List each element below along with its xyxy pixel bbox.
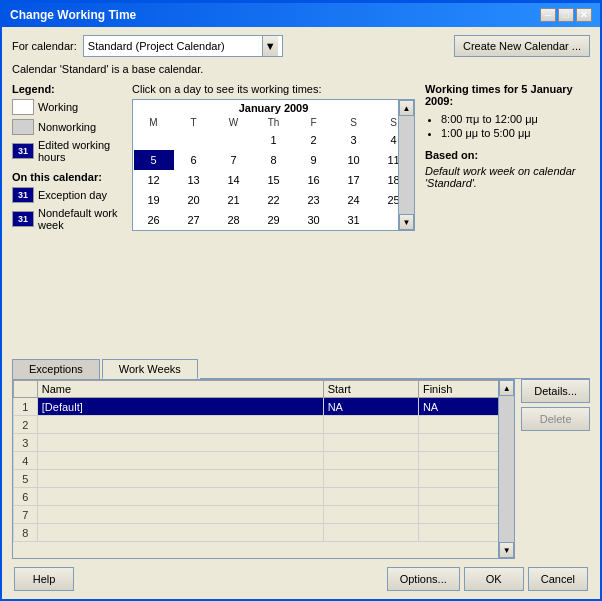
for-calendar-label: For calendar:	[12, 40, 77, 52]
row-start-7[interactable]	[323, 506, 418, 524]
cal-cell-22[interactable]: 22	[254, 190, 294, 210]
calendar-selector-row: For calendar: Standard (Project Calendar…	[12, 35, 590, 57]
cancel-button[interactable]: Cancel	[528, 567, 588, 591]
options-button[interactable]: Options...	[387, 567, 460, 591]
cal-cell-empty3[interactable]	[214, 130, 254, 150]
title-bar-buttons: ─ □ ✕	[540, 8, 592, 22]
cal-cell-2[interactable]: 2	[294, 130, 334, 150]
cal-cell-14[interactable]: 14	[214, 170, 254, 190]
cal-cell-empty2[interactable]	[174, 130, 214, 150]
cal-cell-26[interactable]: 26	[134, 210, 174, 230]
row-name-4[interactable]	[37, 452, 323, 470]
table-row[interactable]: 4	[14, 452, 514, 470]
calendar-scrollbar: ▲ ▼	[398, 100, 414, 230]
calendar-wrapper: January 2009 M T W Th F S S	[132, 99, 415, 231]
row-num-4: 4	[14, 452, 38, 470]
table-scroll-track[interactable]	[499, 396, 514, 542]
row-start-5[interactable]	[323, 470, 418, 488]
cal-cell-7[interactable]: 7	[214, 150, 254, 170]
cal-cell-24[interactable]: 24	[334, 190, 374, 210]
row-start-3[interactable]	[323, 434, 418, 452]
close-button[interactable]: ✕	[576, 8, 592, 22]
cal-cell-empty1[interactable]	[134, 130, 174, 150]
exception-label: Exception day	[38, 189, 107, 201]
dropdown-arrow-icon[interactable]: ▼	[262, 36, 278, 56]
row-name-3[interactable]	[37, 434, 323, 452]
details-button[interactable]: Details...	[521, 379, 590, 403]
table-row[interactable]: 7	[14, 506, 514, 524]
calendar-table: January 2009 M T W Th F S S	[133, 100, 414, 230]
calendar-dropdown[interactable]: Standard (Project Calendar) ▼	[83, 35, 283, 57]
cal-cell-19[interactable]: 19	[134, 190, 174, 210]
legend-title: Legend:	[12, 83, 122, 95]
cal-cell-27[interactable]: 27	[174, 210, 214, 230]
maximize-button[interactable]: □	[558, 8, 574, 22]
help-button[interactable]: Help	[14, 567, 74, 591]
side-buttons: Details... Delete	[521, 379, 590, 431]
row-name-7[interactable]	[37, 506, 323, 524]
table-row[interactable]: 6	[14, 488, 514, 506]
center-panel: Click on a day to see its working times:…	[132, 83, 415, 351]
working-times-title: Working times for 5 January 2009:	[425, 83, 590, 107]
row-name-1[interactable]: [Default]	[37, 398, 323, 416]
create-new-calendar-button[interactable]: Create New Calendar ...	[454, 35, 590, 57]
cal-cell-17[interactable]: 17	[334, 170, 374, 190]
cal-cell-5[interactable]: 5	[134, 150, 174, 170]
row-name-5[interactable]	[37, 470, 323, 488]
calendar-scroll-up[interactable]: ▲	[399, 100, 414, 116]
cal-cell-8[interactable]: 8	[254, 150, 294, 170]
table-scroll-down[interactable]: ▼	[499, 542, 514, 558]
row-name-8[interactable]	[37, 524, 323, 542]
row-num-5: 5	[14, 470, 38, 488]
title-bar: Change Working Time ─ □ ✕	[2, 3, 600, 27]
legend-exception: 31 Exception day	[12, 187, 122, 203]
row-start-4[interactable]	[323, 452, 418, 470]
cal-cell-21[interactable]: 21	[214, 190, 254, 210]
cal-cell-20[interactable]: 20	[174, 190, 214, 210]
row-start-6[interactable]	[323, 488, 418, 506]
cal-header-w: W	[214, 116, 254, 130]
cal-cell-6[interactable]: 6	[174, 150, 214, 170]
cal-cell-1[interactable]: 1	[254, 130, 294, 150]
calendar-scroll-down[interactable]: ▼	[399, 214, 414, 230]
cal-cell-10[interactable]: 10	[334, 150, 374, 170]
legend-working: Working	[12, 99, 122, 115]
table-row[interactable]: 3	[14, 434, 514, 452]
cal-cell-31[interactable]: 31	[334, 210, 374, 230]
cal-cell-16[interactable]: 16	[294, 170, 334, 190]
cal-cell-15[interactable]: 15	[254, 170, 294, 190]
cal-cell-30[interactable]: 30	[294, 210, 334, 230]
tab-exceptions[interactable]: Exceptions	[12, 359, 100, 379]
table-row[interactable]: 1 [Default] NA NA	[14, 398, 514, 416]
row-start-1[interactable]: NA	[323, 398, 418, 416]
minimize-button[interactable]: ─	[540, 8, 556, 22]
row-num-1: 1	[14, 398, 38, 416]
cal-cell-29[interactable]: 29	[254, 210, 294, 230]
cal-cell-12[interactable]: 12	[134, 170, 174, 190]
cal-header-t: T	[174, 116, 214, 130]
row-name-2[interactable]	[37, 416, 323, 434]
table-row[interactable]: 2	[14, 416, 514, 434]
window-title: Change Working Time	[10, 8, 136, 22]
tab-work-weeks[interactable]: Work Weeks	[102, 359, 198, 379]
table-scroll-up[interactable]: ▲	[499, 380, 514, 396]
ok-button[interactable]: OK	[464, 567, 524, 591]
tabs-row: Exceptions Work Weeks	[12, 359, 590, 379]
table-row[interactable]: 5	[14, 470, 514, 488]
calendar-scroll-track[interactable]	[399, 116, 414, 214]
cal-cell-3[interactable]: 3	[334, 130, 374, 150]
col-header-num	[14, 381, 38, 398]
right-buttons: Options... OK Cancel	[387, 567, 588, 591]
table-row[interactable]: 8	[14, 524, 514, 542]
cal-cell-23[interactable]: 23	[294, 190, 334, 210]
cal-cell-9[interactable]: 9	[294, 150, 334, 170]
row-start-8[interactable]	[323, 524, 418, 542]
cal-cell-28[interactable]: 28	[214, 210, 254, 230]
base-calendar-note: Calendar 'Standard' is a base calendar.	[12, 63, 590, 75]
cal-cell-13[interactable]: 13	[174, 170, 214, 190]
delete-button[interactable]: Delete	[521, 407, 590, 431]
table-scrollbar: ▲ ▼	[498, 380, 514, 558]
tab-spacer	[200, 359, 590, 379]
row-name-6[interactable]	[37, 488, 323, 506]
row-start-2[interactable]	[323, 416, 418, 434]
